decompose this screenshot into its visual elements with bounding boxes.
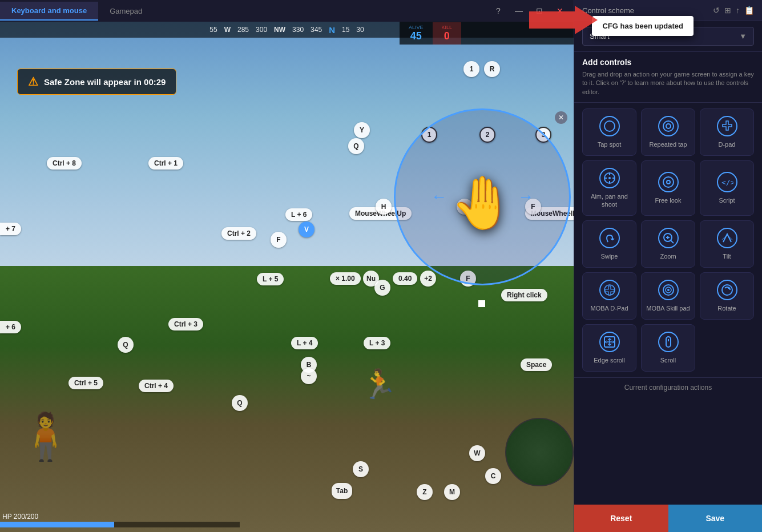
panel-refresh-icon[interactable]: ↺	[713, 6, 720, 15]
swipe-label: Swipe	[601, 253, 618, 260]
rotate-icon	[717, 280, 737, 300]
key-y[interactable]: Y	[354, 122, 370, 138]
key-l3[interactable]: L + 3	[364, 337, 390, 349]
key-num1[interactable]: 1	[463, 61, 479, 77]
reset-button[interactable]: Reset	[574, 505, 668, 532]
circle-dot-bottom	[478, 300, 485, 307]
add-controls-section: Add controls Drag and drop an action on …	[574, 52, 762, 103]
red-arrow	[529, 6, 598, 34]
key-g2[interactable]: G	[374, 280, 390, 296]
key-q3[interactable]: Q	[232, 395, 248, 411]
svg-rect-22	[666, 337, 671, 347]
key-ctrl1[interactable]: Ctrl + 1	[148, 157, 183, 170]
compass-NW: NW	[274, 26, 285, 34]
control-script[interactable]: </> Script	[700, 160, 754, 215]
swipe-icon	[599, 228, 620, 248]
key-numR[interactable]: R	[484, 61, 500, 77]
key-s[interactable]: S	[353, 461, 369, 477]
script-label: Script	[719, 197, 735, 204]
control-rotate[interactable]: Rotate	[700, 272, 754, 320]
key-l7[interactable]: + 7	[0, 223, 21, 235]
bottom-actions: Reset Save	[574, 505, 762, 532]
key-v[interactable]: V	[299, 221, 315, 237]
key-l6[interactable]: L + 6	[285, 208, 312, 221]
panel-import-icon[interactable]: 📋	[744, 6, 754, 15]
compass-N: N	[329, 25, 335, 35]
key-q2[interactable]: Q	[118, 337, 134, 353]
edge-scroll-icon	[599, 332, 620, 352]
kill-label: KILL	[442, 25, 453, 30]
current-config-section: Current configuration actions	[574, 378, 762, 403]
control-zoom[interactable]: Zoom	[641, 220, 695, 268]
key-ctrl3[interactable]: Ctrl + 3	[168, 318, 203, 331]
key-rightclick[interactable]: Right click	[501, 289, 547, 301]
edge-scroll-label: Edge scroll	[594, 357, 624, 364]
key-tab[interactable]: Tab	[332, 483, 352, 499]
cfg-notification-wrapper: CFG has been updated	[592, 16, 694, 36]
key-ctrl4[interactable]: Ctrl + 4	[139, 380, 174, 392]
svg-point-19	[667, 289, 670, 291]
add-controls-title: Add controls	[582, 58, 754, 67]
control-free-look[interactable]: Free look	[641, 160, 695, 215]
bottom-spacer	[574, 403, 762, 437]
alive-value: 45	[410, 30, 422, 42]
svg-marker-24	[529, 6, 598, 34]
control-scroll[interactable]: Scroll	[641, 324, 695, 372]
control-moba-d-pad[interactable]: MOBA D-Pad	[582, 272, 636, 320]
key-ctrl8[interactable]: Ctrl + 8	[47, 157, 82, 170]
key-w[interactable]: W	[469, 445, 485, 461]
key-c[interactable]: C	[485, 468, 501, 484]
control-edge-scroll[interactable]: Edge scroll	[582, 324, 636, 372]
panel-export-icon[interactable]: ↑	[736, 6, 740, 15]
game-top-bar: Keyboard and mouse Gamepad ? — ⊡ ✕	[0, 0, 574, 22]
help-button[interactable]: ?	[490, 3, 506, 19]
right-panel: Control scheme ↺ ⊞ ↑ 📋 Smart ▼ Add contr…	[574, 0, 762, 532]
tap-spot-icon	[599, 116, 620, 136]
control-tilt[interactable]: Tilt	[700, 220, 754, 268]
gesture-circle: ← → 🤚	[394, 108, 571, 285]
svg-point-9	[663, 177, 674, 187]
arrow-right-icon: →	[518, 188, 534, 206]
alive-label: ALIVE	[409, 25, 424, 30]
key-l6b[interactable]: + 6	[0, 321, 21, 333]
save-button[interactable]: Save	[668, 505, 763, 532]
rotate-label: Rotate	[717, 305, 736, 312]
scroll-label: Scroll	[660, 357, 676, 364]
key-q[interactable]: Q	[348, 138, 364, 154]
control-aim-pan-shoot[interactable]: Aim, pan and shoot	[582, 160, 636, 215]
panel-grid-icon[interactable]: ⊞	[724, 6, 731, 15]
key-l4[interactable]: L + 4	[291, 337, 318, 349]
current-config-label: Current configuration actions	[582, 384, 754, 392]
repeated-tap-label: Repeated tap	[649, 141, 687, 148]
key-h[interactable]: H	[376, 199, 392, 215]
svg-point-2	[666, 124, 671, 128]
compass-15: 15	[342, 26, 349, 34]
ground-background	[0, 266, 574, 532]
tab-keyboard[interactable]: Keyboard and mouse	[0, 2, 98, 21]
tilt-label: Tilt	[723, 253, 731, 260]
control-repeated-tap[interactable]: Repeated tap	[641, 108, 695, 156]
control-moba-skill-pad[interactable]: MOBA Skill pad	[641, 272, 695, 320]
key-f1[interactable]: F	[271, 232, 287, 248]
script-icon: </>	[717, 172, 737, 192]
minimize-button[interactable]: —	[511, 3, 527, 19]
key-ctrl2[interactable]: Ctrl + 2	[221, 227, 256, 240]
tab-gamepad[interactable]: Gamepad	[98, 2, 154, 20]
control-swipe[interactable]: Swipe	[582, 220, 636, 268]
control-d-pad[interactable]: D-pad	[700, 108, 754, 156]
control-tap-spot[interactable]: Tap spot	[582, 108, 636, 156]
key-space[interactable]: Space	[521, 358, 552, 371]
svg-line-13	[671, 240, 674, 243]
key-x100[interactable]: × 1.00	[330, 272, 361, 285]
safe-zone-warning: ⚠ Safe Zone will appear in 00:29	[17, 68, 176, 95]
compass-300: 300	[256, 26, 267, 34]
gesture-close[interactable]: ✕	[555, 111, 567, 124]
key-tilde[interactable]: ~	[301, 368, 317, 384]
key-ctrl5[interactable]: Ctrl + 5	[68, 377, 103, 389]
tilt-icon	[717, 228, 737, 248]
key-m[interactable]: M	[444, 484, 460, 500]
key-l5[interactable]: L + 5	[257, 273, 284, 285]
key-z[interactable]: Z	[417, 484, 433, 500]
moba-skill-pad-label: MOBA Skill pad	[646, 305, 690, 312]
scroll-icon	[658, 332, 679, 352]
